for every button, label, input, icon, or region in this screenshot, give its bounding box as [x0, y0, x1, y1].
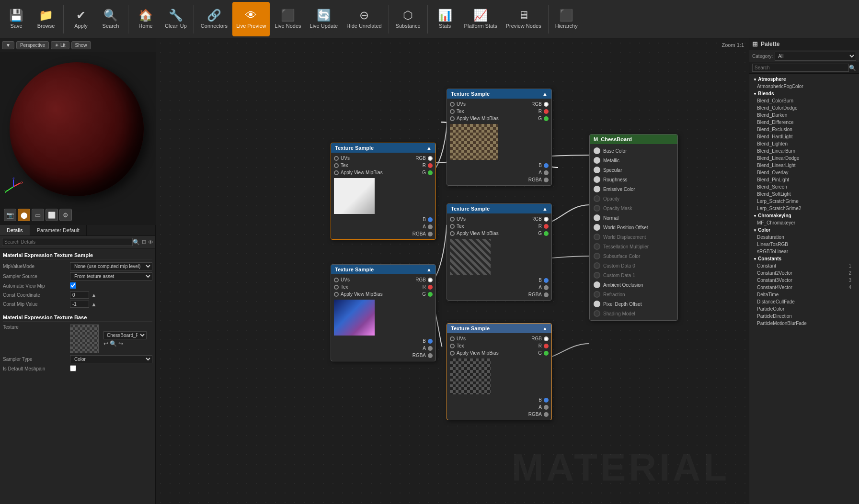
mat-worldpos-pin[interactable]	[594, 224, 600, 231]
texture-forward-icon[interactable]: ↪	[118, 340, 123, 347]
palette-item[interactable]: Blend_SoftLight	[749, 190, 859, 198]
node3-uvs-pin-in[interactable]	[450, 217, 455, 222]
liveupdate-button[interactable]: 🔄 Live Update	[306, 2, 342, 36]
palette-item[interactable]: Blend_ColorBurn	[749, 97, 859, 104]
palette-category-constants[interactable]: Constants	[749, 255, 859, 262]
substance-button[interactable]: ⬡ Substance	[392, 2, 424, 36]
texture-sample-node-1[interactable]: Texture Sample ▲ UVs RGB Tex R Apply Vie…	[447, 89, 552, 186]
mat-ao-pin[interactable]	[594, 281, 600, 288]
home-button[interactable]: 🏠 Home	[131, 2, 160, 36]
palette-item[interactable]: ParticleColor	[749, 305, 859, 313]
palette-item[interactable]: Constant1	[749, 262, 859, 269]
palette-item[interactable]: Desaturation	[749, 234, 859, 241]
palette-category-atmosphere[interactable]: Atmosphere	[749, 76, 859, 83]
texture-sample-node-3[interactable]: Texture Sample ▲ UVs RGB Tex R Apply Vie…	[447, 203, 552, 301]
previewnodes-button[interactable]: 🖥 Preview Nodes	[502, 2, 545, 36]
palette-category-select[interactable]: All	[775, 52, 856, 61]
livenodes-button[interactable]: ⬛ Live Nodes	[271, 2, 305, 36]
texture-select[interactable]: ChessBoard_Rough	[103, 331, 147, 339]
box-icon[interactable]: ⬜	[46, 209, 58, 221]
details-layout-icon[interactable]: ⊞	[142, 239, 146, 245]
mat-customdata1-pin[interactable]	[594, 272, 600, 279]
mat-opacity-pin[interactable]	[594, 195, 600, 202]
settings-icon[interactable]: ⚙	[59, 209, 72, 221]
node1-g-pin-out[interactable]	[544, 116, 549, 121]
node4-r-pin-out[interactable]	[428, 285, 433, 290]
node2-g-pin-out[interactable]	[428, 170, 433, 175]
lit-button[interactable]: ☀ Lit	[51, 41, 69, 49]
mat-specular-pin[interactable]	[594, 167, 600, 173]
node5-tex-pin-in[interactable]	[450, 344, 455, 348]
node3-collapse-icon[interactable]: ▲	[542, 206, 548, 212]
node4-tex-pin-in[interactable]	[334, 285, 339, 290]
browse-button[interactable]: 📁 Browse	[32, 2, 60, 36]
palette-item[interactable]: Blend_LinearDodge	[749, 155, 859, 162]
node5-g-pin-out[interactable]	[544, 351, 549, 356]
node4-b-pin-out[interactable]	[428, 339, 433, 344]
camera-icon[interactable]: 📷	[4, 209, 16, 221]
palette-item[interactable]: Constant3Vector3	[749, 277, 859, 284]
node5-mip-pin-in[interactable]	[450, 351, 455, 356]
node3-a-pin-out[interactable]	[544, 285, 549, 290]
palette-item[interactable]: Blend_LinearBurn	[749, 147, 859, 155]
node4-rgb-pin-out[interactable]	[428, 278, 433, 282]
details-search-input[interactable]	[2, 238, 133, 246]
node2-mip-pin-in[interactable]	[334, 170, 339, 175]
mat-basecolor-pin[interactable]	[594, 147, 600, 154]
mat-subsurface-pin[interactable]	[594, 253, 600, 259]
hideunrelated-button[interactable]: ⊖ Hide Unrelated	[343, 2, 385, 36]
node4-collapse-icon[interactable]: ▲	[426, 267, 432, 272]
hierarchy-button[interactable]: ⬛ Hierarchy	[551, 2, 582, 36]
mat-shadingmodel-pin[interactable]	[594, 310, 600, 317]
palette-item[interactable]: Blend_Darken	[749, 112, 859, 119]
node3-r-pin-out[interactable]	[544, 224, 549, 229]
details-eye-icon[interactable]: 👁	[148, 239, 153, 245]
palette-item[interactable]: Blend_PinLight	[749, 176, 859, 183]
node5-collapse-icon[interactable]: ▲	[542, 325, 548, 331]
mat-roughness-pin[interactable]	[594, 176, 600, 183]
mat-tess-pin[interactable]	[594, 243, 600, 250]
palette-item[interactable]: Blend_Difference	[749, 119, 859, 126]
constcoord-input[interactable]	[70, 291, 89, 299]
node4-a-pin-out[interactable]	[428, 346, 433, 351]
save-button[interactable]: 💾 Save	[2, 2, 31, 36]
node5-uvs-pin-in[interactable]	[450, 336, 455, 341]
node3-mip-pin-in[interactable]	[450, 231, 455, 236]
node2-uvs-pin-in[interactable]	[334, 156, 339, 161]
node2-r-pin-out[interactable]	[428, 163, 433, 168]
sampler-select[interactable]: From texture asset	[70, 272, 152, 280]
node1-rgb-pin-out[interactable]	[544, 102, 549, 107]
palette-category-color[interactable]: Color	[749, 226, 859, 234]
perspective-button[interactable]: Perspective	[16, 41, 49, 49]
mat-metallic-pin[interactable]	[594, 157, 600, 164]
constmip-up-icon[interactable]: ▲	[91, 301, 97, 308]
node3-b-pin-out[interactable]	[544, 278, 549, 283]
palette-item[interactable]: Blend_Exclusion	[749, 126, 859, 133]
palette-item[interactable]: Constant2Vector2	[749, 269, 859, 277]
palette-item[interactable]: Blend_Overlay	[749, 169, 859, 176]
parameter-default-tab[interactable]: Parameter Default	[30, 225, 87, 235]
palette-item[interactable]: sRGBToLinear	[749, 248, 859, 255]
node4-mip-pin-in[interactable]	[334, 292, 339, 297]
search-button[interactable]: 🔍 Search	[96, 2, 125, 36]
constcoord-up-icon[interactable]: ▲	[91, 292, 97, 299]
default-mesh-checkbox[interactable]	[70, 365, 76, 371]
palette-item[interactable]: DeltaTime	[749, 291, 859, 298]
palette-item[interactable]: Blend_LinearLight	[749, 162, 859, 169]
show-button[interactable]: Show	[71, 41, 91, 49]
texture-sample-node-5[interactable]: Texture Sample ▲ UVs RGB Tex R Apply Vie…	[447, 323, 552, 420]
constmip-input[interactable]	[70, 301, 89, 308]
palette-category-blends[interactable]: Blends	[749, 90, 859, 97]
node5-rgba-pin-out[interactable]	[544, 412, 549, 417]
palette-item[interactable]: Blend_HardLight	[749, 133, 859, 140]
node3-rgba-pin-out[interactable]	[544, 292, 549, 297]
mat-normal-pin[interactable]	[594, 214, 600, 221]
texture-sample-node-2[interactable]: Texture Sample ▲ UVs RGB Tex R Apply Vie…	[331, 143, 436, 240]
apply-button[interactable]: ✔ Apply	[67, 2, 95, 36]
palette-item[interactable]: ParticleDirection	[749, 313, 859, 320]
node3-tex-pin-in[interactable]	[450, 224, 455, 229]
cleanup-button[interactable]: 🔧 Clean Up	[161, 2, 191, 36]
palette-item[interactable]: Lerp_ScratchGrime	[749, 198, 859, 205]
node5-b-pin-out[interactable]	[544, 398, 549, 403]
palette-item[interactable]: Blend_ColorDodge	[749, 104, 859, 112]
